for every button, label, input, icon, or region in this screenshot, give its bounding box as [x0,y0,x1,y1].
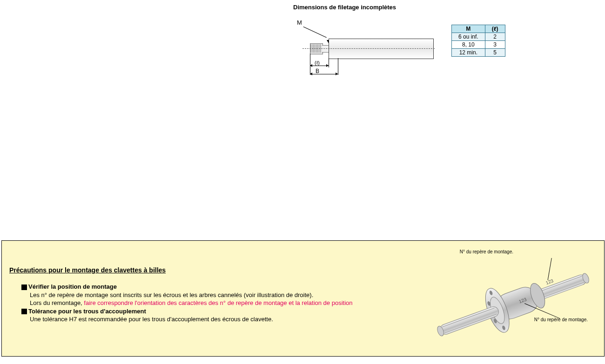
table-header-row: M (ℓ) [452,25,505,33]
marking-number-shaft: 123 [545,278,554,285]
svg-rect-12 [439,305,500,336]
diagram-and-table-row: M (ℓ) B M (ℓ) 6 ou in [293,19,600,75]
incomplete-thread-section: Dimensions de filetage incomplètes M (ℓ)… [293,4,600,75]
th-e: (ℓ) [485,25,505,33]
relief-neck [322,45,329,53]
thread-dimension-table: M (ℓ) 6 ou inf. 2 8, 10 3 12 min. 5 [451,25,505,57]
dim-line-b [310,74,338,74]
precaution-box: Précautions pour le montage des clavette… [1,240,605,357]
cell-m: 6 ou inf. [452,33,485,41]
ext-line-3 [338,58,338,75]
dim-line-e [310,66,329,66]
ball-spline-isometric-illustration: 123 123 [431,255,598,352]
table-row: 12 min. 5 [452,49,505,57]
dim-e-arrow-left [310,64,312,67]
cell-m: 8, 10 [452,41,485,49]
item1-title: Vérifier la position de montage [28,283,117,290]
svg-line-16 [541,258,558,280]
item1-line2b: faire correspondre l'orientation des car… [84,299,352,306]
dim-b-arrow-right [336,73,338,75]
dim-label-b: B [316,68,319,74]
precaution-title: Précautions pour le montage des clavette… [9,266,166,274]
label-m: M [297,19,302,26]
dim-e-arrow-right [326,64,329,67]
item2-title: Tolérance pour les trous d'accouplement [28,308,146,315]
dim-label-e: (ℓ) [315,60,320,66]
item1-line2a: Lors du remontage, [30,299,84,306]
table-row: 6 ou inf. 2 [452,33,505,41]
ext-line-2 [329,58,329,67]
bullet-square-icon [21,285,27,290]
cell-e: 2 [485,33,505,41]
bullet-square-icon [21,309,27,314]
centerline [302,48,435,49]
cell-e: 5 [485,49,505,57]
caption-top: N° du repère de montage. [460,249,513,254]
cell-m: 12 min. [452,49,485,57]
dim-b-arrow-left [310,73,312,75]
table-row: 8, 10 3 [452,41,505,49]
th-m: M [452,25,485,33]
main-shaft-body [329,39,434,59]
shaft-end-diagram: M (ℓ) B [293,19,433,75]
cell-e: 3 [485,41,505,49]
section-title: Dimensions de filetage incomplètes [293,4,600,11]
